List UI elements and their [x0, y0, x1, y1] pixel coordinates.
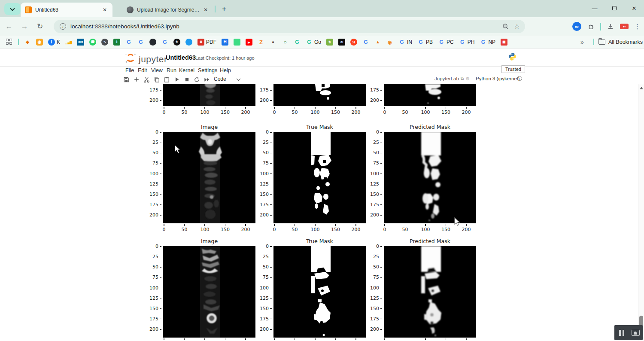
- menu-edit[interactable]: Edit: [138, 67, 147, 73]
- bookmark-list: ◆◉fK▁▄▇IEEE☎∿+GGG✳≣PDFH▶Z●○GGGo↯clЯG▲◉GI…: [24, 36, 575, 49]
- all-bookmarks-button[interactable]: All Bookmarks: [598, 37, 643, 47]
- bookmark-cl-box[interactable]: cl: [338, 39, 345, 46]
- tick-label: 0: [158, 338, 170, 341]
- github-icon: [149, 39, 156, 46]
- grammarly-go-icon: G: [306, 39, 313, 46]
- bookmark-energy[interactable]: ↯: [326, 39, 333, 46]
- bookmark-kite[interactable]: ◆: [24, 39, 31, 46]
- jupyterlab-link[interactable]: JupyterLab⧉: [434, 76, 464, 81]
- bookmark-google-a[interactable]: G: [125, 39, 132, 46]
- bookmark-analytics[interactable]: ▁▄▇: [65, 39, 72, 46]
- infinity-extension-icon[interactable]: ∞: [572, 22, 581, 31]
- bookmark-rugby[interactable]: ●: [270, 39, 276, 46]
- browser-menu-icon[interactable]: ⋮: [634, 23, 641, 30]
- tick-label: 75: [263, 161, 272, 166]
- zoom-out-icon[interactable]: [502, 23, 510, 30]
- page-info-icon[interactable]: i: [60, 23, 66, 30]
- bookmark-whatsapp[interactable]: ☎: [89, 39, 96, 46]
- tab-search-button[interactable]: [4, 3, 21, 15]
- bookmark-twitter[interactable]: [185, 39, 192, 46]
- bookmark-google-c[interactable]: G: [161, 39, 168, 46]
- extension-badge-icon[interactable]: ●●: [620, 24, 629, 29]
- bookmark-google-d[interactable]: G: [362, 39, 369, 46]
- tab-divider: [215, 6, 216, 12]
- bookmark-wheel[interactable]: ✳: [173, 39, 180, 46]
- menu-run[interactable]: Run: [167, 67, 176, 73]
- x-axis-ticks: 050100150200: [269, 224, 361, 232]
- run-cell-button[interactable]: [173, 76, 181, 83]
- reload-button[interactable]: ↻: [33, 20, 46, 33]
- back-button[interactable]: ←: [3, 20, 15, 33]
- bookmark-ring[interactable]: ○: [282, 39, 289, 46]
- url-field[interactable]: i localhost:8888/notebooks/Untitled63.ip…: [54, 20, 525, 33]
- tab-upload-image[interactable]: Upload Image for Segmentatio ✕: [122, 3, 213, 17]
- bookmark-grammarly-go[interactable]: GGo: [306, 39, 321, 46]
- scroll-up-arrow-icon[interactable]: [640, 87, 643, 89]
- bookmark-blue-app[interactable]: H: [222, 39, 228, 46]
- bookmark-globe-site[interactable]: ∿: [101, 39, 108, 46]
- downloads-icon[interactable]: [607, 23, 614, 30]
- bookmark-z-library[interactable]: Z: [258, 39, 264, 46]
- kernel-name[interactable]: Python 3 (ipykernel): [476, 76, 519, 81]
- bookmark-g-np[interactable]: GNP: [480, 39, 495, 46]
- cell-type-dropdown[interactable]: Code: [214, 76, 226, 82]
- menu-kernel[interactable]: Kernel: [179, 67, 194, 73]
- copy-button[interactable]: [153, 76, 161, 83]
- picture-in-picture-button[interactable]: [629, 325, 643, 340]
- tab-title: Untitled63: [35, 7, 99, 13]
- bookmark-google-b[interactable]: G: [137, 39, 144, 46]
- tab-untitled63[interactable]: Untitled63 ✕: [21, 3, 112, 17]
- add-cell-button[interactable]: [133, 76, 140, 83]
- wheel-icon: ✳: [173, 39, 180, 46]
- bookmark-github[interactable]: [149, 39, 156, 46]
- bookmark-android[interactable]: [234, 39, 240, 46]
- tick-label: 200: [149, 98, 161, 103]
- notebook-title[interactable]: Untitled63: [166, 54, 196, 61]
- bookmark-sheets[interactable]: +: [113, 39, 120, 46]
- tab-close-icon[interactable]: ✕: [202, 6, 209, 13]
- bookmark-g-pc[interactable]: GPC: [438, 39, 454, 46]
- trusted-badge[interactable]: Trusted: [501, 65, 525, 73]
- interrupt-kernel-button[interactable]: [183, 76, 191, 83]
- menu-file[interactable]: File: [125, 67, 134, 73]
- bookmark-ieee[interactable]: IEEE: [77, 39, 84, 46]
- extensions-puzzle-icon[interactable]: [587, 23, 595, 30]
- x-axis-ticks: 050100150200: [379, 338, 472, 341]
- bookmark-youtube[interactable]: ▶: [246, 39, 252, 46]
- tick-label: 150: [220, 107, 231, 115]
- paste-button[interactable]: [163, 76, 170, 83]
- bookmark-ya[interactable]: Я: [350, 39, 357, 46]
- bookmark-matlab[interactable]: ▲: [374, 39, 381, 46]
- pause-button[interactable]: [614, 325, 629, 340]
- bookmark-red-doc[interactable]: ▣: [501, 39, 507, 46]
- menu-view[interactable]: View: [151, 67, 163, 73]
- new-tab-button[interactable]: +: [219, 4, 229, 14]
- chevron-down-icon[interactable]: [237, 77, 241, 81]
- restart-run-all-button[interactable]: [203, 76, 210, 83]
- bookmark-g-in[interactable]: GIN: [398, 39, 412, 46]
- tick-label: 50: [263, 265, 272, 270]
- bookmarks-overflow-button[interactable]: »: [577, 37, 587, 47]
- bookmark-imagej[interactable]: ◉: [386, 39, 393, 46]
- gear-icon[interactable]: ⚙: [465, 76, 470, 82]
- menu-help[interactable]: Help: [220, 67, 231, 73]
- bookmark-g-pb[interactable]: GPB: [417, 39, 433, 46]
- maximize-button[interactable]: [605, 0, 624, 16]
- menu-settings[interactable]: Settings: [198, 67, 217, 73]
- close-window-button[interactable]: ✕: [624, 0, 644, 16]
- bookmark-pdf[interactable]: ≣PDF: [197, 39, 216, 46]
- apps-grid-icon[interactable]: [6, 39, 13, 46]
- bookmark-shot[interactable]: ◉: [36, 39, 43, 46]
- forward-button[interactable]: →: [18, 20, 31, 33]
- tick-label: 125: [370, 182, 382, 187]
- bookmark-g-ph[interactable]: GPH: [459, 39, 475, 46]
- bookmark-grammarly[interactable]: G: [294, 39, 301, 46]
- save-button[interactable]: [122, 76, 130, 83]
- restart-kernel-button[interactable]: [193, 76, 200, 83]
- bookmark-facebook[interactable]: fK: [48, 39, 60, 46]
- page-scrollbar[interactable]: [638, 84, 644, 341]
- bookmark-star-icon[interactable]: ☆: [513, 23, 521, 30]
- tab-close-icon[interactable]: ✕: [101, 6, 108, 13]
- cut-button[interactable]: [143, 76, 150, 83]
- minimize-button[interactable]: —: [585, 0, 605, 16]
